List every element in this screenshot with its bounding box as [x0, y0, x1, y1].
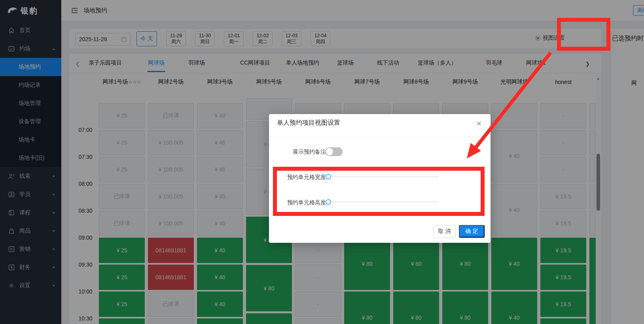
view-settings-modal: 单人预约项目视图设置 ✕ 展示预约备注: 预约单元格宽度: 预约单元格高度: 取… — [269, 114, 491, 243]
cell-width-slider[interactable] — [328, 174, 439, 179]
remark-toggle-label: 展示预约备注: — [269, 149, 328, 156]
toggle-knob — [326, 148, 333, 155]
remark-toggle-switch[interactable] — [325, 147, 343, 156]
slider-rail[interactable] — [328, 176, 439, 177]
slider-rail[interactable] — [328, 201, 439, 203]
ok-button[interactable]: 确 定 — [459, 225, 485, 238]
cell-width-label: 预约单元格宽度: — [269, 174, 328, 181]
modal-title: 单人预约项目视图设置 — [277, 119, 340, 127]
cell-height-slider[interactable] — [328, 199, 439, 205]
cell-height-label: 预约单元格高度: — [269, 199, 328, 206]
slider-handle[interactable] — [326, 199, 331, 205]
modal-divider — [269, 136, 491, 137]
modal-close-icon[interactable]: ✕ — [476, 120, 482, 128]
cancel-button[interactable]: 取 消 — [433, 225, 456, 238]
slider-handle[interactable] — [326, 174, 331, 179]
